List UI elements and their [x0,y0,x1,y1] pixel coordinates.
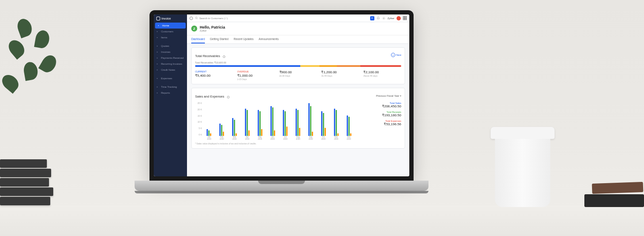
bar-group [280,110,291,136]
svg-line-1 [197,18,197,19]
bar-group [254,110,265,136]
decorative-plant [0,16,77,127]
avatar[interactable] [397,16,401,20]
bar-group [305,103,316,136]
app-window: Invoice •Home•Customers•Items•Quotes•Inv… [154,14,409,176]
info-icon[interactable]: i [223,55,225,58]
sidebar-label: Payments Received [161,57,184,59]
sidebar-item-customers[interactable]: •Customers [154,29,187,35]
receivables-col: ₹1,200.0031-45 Days [321,70,359,81]
search-placeholder: Search in Customers ( / ) [199,17,228,20]
tab-dashboard[interactable]: Dashboard [191,35,205,43]
receivables-bar [195,65,401,67]
receivables-subtitle: Total Receivables ₹10,600.00 [195,61,401,64]
recurring-icon: • [157,63,159,65]
sidebar-label: Expenses [161,77,172,80]
brand-icon [156,17,160,20]
sidebar-label: Invoices [161,51,170,53]
sidebar-item-items[interactable]: •Items [154,35,187,40]
bar-group [331,109,342,136]
sidebar-label: Time Tracking [161,86,177,88]
sidebar-label: Quotes [161,45,169,47]
org-logo: Z [191,26,197,32]
sidebar-item-recurring-invoices[interactable]: •Recurring Invoices [154,61,187,67]
items-icon: • [157,36,159,39]
decorative-cup [491,127,555,208]
sidebar-label: Credit Notes [161,69,175,71]
brand-text: Invoice [161,17,171,20]
gear-icon[interactable] [382,17,385,20]
sales-card: Sales and Expenses i Previous Fiscal Yea… [191,88,405,149]
sidebar-item-credit-notes[interactable]: •Credit Notes [154,67,187,73]
sidebar-label: Recurring Invoices [161,63,182,65]
greeting-subtitle: Zylker [200,29,225,32]
info-icon[interactable]: i [227,96,230,98]
invoices-icon: • [157,51,159,53]
reports-icon: • [157,92,159,94]
bell-icon[interactable] [377,17,380,20]
sidebar-item-reports[interactable]: •Reports [154,90,187,96]
bar-group [293,109,304,136]
bar-group [204,129,215,136]
sidebar-item-quotes[interactable]: •Quotes [154,43,187,49]
chart-footnote: * Sales value displayed is inclusive of … [195,142,401,145]
sidebar-item-invoices[interactable]: •Invoices [154,49,187,55]
sidebar-item-time-tracking[interactable]: •Time Tracking [154,84,187,90]
receivables-col: CURRENT₹5,400.00 [195,70,233,81]
time-icon: • [157,86,159,88]
sidebar-label: Home [162,24,169,27]
sales-chart: 25 K20 K15 K10 K5 K0 K Jan2000Feb2000Mar… [195,102,354,140]
credit-icon: • [157,69,159,71]
bar-group [343,115,354,136]
tab-getting-started[interactable]: Getting Started [210,35,229,43]
bar-group [229,118,240,136]
customers-icon: • [157,30,159,33]
laptop: Invoice •Home•Customers•Items•Quotes•Inv… [135,10,428,215]
total-tr: Total Receipts₹193,180.50 [359,111,401,117]
sidebar-item-home[interactable]: •Home [155,23,186,29]
tab-recent-updates[interactable]: Recent Updates [234,35,254,43]
home-icon: • [158,24,161,27]
receivables-col: OVERDUE₹1,000.001-15 Days [237,70,275,81]
expenses-icon: • [157,77,159,80]
apps-grid-icon[interactable] [403,16,407,20]
svg-point-0 [196,17,197,19]
bar-group [216,124,227,136]
add-button[interactable]: + [370,16,374,20]
sidebar-item-expenses[interactable]: •Expenses [154,75,187,81]
sidebar-item-payments-received[interactable]: •Payments Received [154,55,187,61]
quotes-icon: • [157,45,159,47]
search-icon [195,17,198,20]
bar-group [267,106,278,136]
sidebar-label: Items [161,36,167,39]
sidebar-label: Reports [161,92,170,94]
refresh-icon[interactable] [190,17,193,20]
receivables-col: ₹900.0016-30 Days [279,70,317,81]
main-area: Search in Customers ( / ) + Zylker Z [187,14,409,176]
topbar: Search in Customers ( / ) + Zylker [187,14,409,22]
sales-title: Sales and Expenses [195,95,224,98]
decorative-books-left [0,159,55,206]
bar-group [242,109,253,136]
new-button[interactable]: New [391,53,401,57]
receivables-col: ₹2,100.00Above 45 days [363,70,401,81]
receivables-card: Total Receivables i New Total Receivable… [191,47,405,84]
tab-announcements[interactable]: Announcements [259,35,279,43]
payments-icon: • [157,57,159,59]
greeting-title: Hello, Patricia [200,25,225,29]
tabs: DashboardGetting StartedRecent UpdatesAn… [187,35,409,44]
search-box[interactable]: Search in Customers ( / ) [195,17,368,20]
greeting-header: Z Hello, Patricia Zylker [187,22,409,35]
svg-point-2 [383,18,384,19]
period-dropdown[interactable]: Previous Fiscal Year [376,94,401,97]
total-ts: Total Sales₹206,450.50 [359,102,401,108]
sidebar: Invoice •Home•Customers•Items•Quotes•Inv… [154,14,187,176]
app-brand: Invoice [154,14,187,23]
bar-group [318,111,329,136]
sidebar-label: Customers [161,30,173,33]
org-name[interactable]: Zylker [388,17,394,20]
decorative-books-right [584,183,644,207]
total-te: Total Expenses₹53,196.56 [359,120,401,126]
receivables-title: Total Receivables [195,54,220,58]
